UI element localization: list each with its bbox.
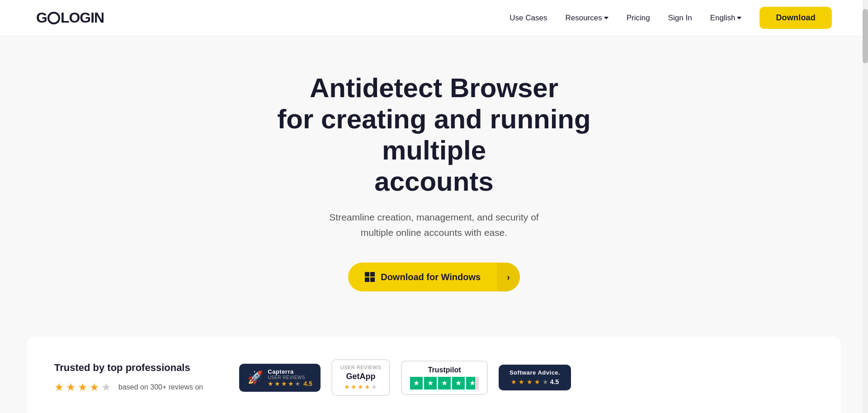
stars: ★ ★ ★ ★ ★ (54, 381, 111, 394)
scrollbar-thumb[interactable] (863, 9, 868, 63)
software-advice-badge: Software Advice. ★ ★ ★ ★ ★ 4.5 (499, 365, 571, 390)
download-arrow-icon: › (497, 263, 520, 291)
svg-rect-3 (370, 277, 375, 282)
nav-resources[interactable]: Resources (565, 14, 608, 23)
download-windows-button[interactable]: Download for Windows › (348, 263, 520, 291)
trusted-text-block: Trusted by top professionals ★ ★ ★ ★ ★ b… (54, 362, 203, 394)
svg-rect-2 (365, 277, 369, 282)
capterra-badge: 🚀 Capterra USER REVIEWS ★ ★ ★ ★ ★ 4.5 (239, 364, 320, 392)
capterra-rocket-icon: 🚀 (247, 370, 263, 385)
sa-stars-row: ★ ★ ★ ★ ★ 4.5 (511, 378, 559, 386)
trusted-section: Trusted by top professionals ★ ★ ★ ★ ★ b… (27, 337, 841, 413)
trustpilot-stars: ★ ★ ★ ★ ★ (410, 377, 479, 390)
reviews-text: based on 300+ reviews on (118, 383, 203, 391)
stars-row: ★ ★ ★ ★ ★ based on 300+ reviews on (54, 381, 203, 394)
getapp-title: GetApp (346, 372, 375, 381)
tp-star-4: ★ (452, 377, 465, 390)
capterra-rating: 4.5 (303, 380, 312, 387)
nav-language[interactable]: English (710, 14, 742, 23)
hero-section: Antidetect Browser for creating and runn… (0, 36, 868, 319)
star-5: ★ (101, 381, 111, 394)
nav-pricing[interactable]: Pricing (627, 14, 650, 23)
tp-star-5: ★ (466, 377, 479, 390)
chevron-down-icon (737, 17, 741, 19)
capterra-sublabel: USER REVIEWS (268, 375, 312, 380)
hero-subtitle: Streamline creation, management, and sec… (329, 210, 538, 240)
sa-stars: ★ ★ ★ ★ ★ (511, 378, 548, 386)
svg-rect-0 (365, 272, 369, 277)
logo-text: GLOGIN (36, 9, 104, 26)
nav-use-cases[interactable]: Use Cases (509, 14, 547, 23)
nav-download-button[interactable]: Download (760, 7, 832, 29)
tp-star-3: ★ (438, 377, 451, 390)
getapp-sublabel: USER REVIEWS (340, 365, 381, 370)
capterra-stars: ★ ★ ★ ★ ★ 4.5 (268, 380, 312, 387)
trustpilot-badge: Trustpilot ★ ★ ★ ★ ★ (401, 361, 488, 395)
getapp-badge: USER REVIEWS GetApp ★ ★ ★ ★ ★ (331, 359, 390, 396)
star-1: ★ (54, 381, 64, 394)
tp-star-2: ★ (424, 377, 437, 390)
star-3: ★ (78, 381, 88, 394)
nav-signin[interactable]: Sign In (668, 14, 692, 23)
sa-rating: 4.5 (550, 378, 559, 385)
sa-title: Software Advice. (509, 369, 560, 376)
star-4: ★ (90, 381, 99, 394)
navbar: GLOGIN Use Cases Resources Pricing Sign … (0, 0, 868, 36)
tp-star-1: ★ (410, 377, 423, 390)
getapp-stars: ★ ★ ★ ★ ★ (344, 383, 377, 390)
scrollbar[interactable] (863, 0, 868, 413)
logo-o (47, 12, 60, 24)
svg-rect-1 (370, 272, 375, 277)
star-2: ★ (66, 381, 76, 394)
chevron-down-icon (604, 17, 609, 19)
hero-title: Antidetect Browser for creating and runn… (231, 72, 637, 197)
trustpilot-label: Trustpilot (428, 366, 461, 374)
capterra-label: Capterra (268, 368, 312, 375)
nav-links: Use Cases Resources Pricing Sign In Engl… (509, 7, 832, 29)
badges-row: 🚀 Capterra USER REVIEWS ★ ★ ★ ★ ★ 4.5 US… (239, 359, 814, 396)
trusted-title: Trusted by top professionals (54, 362, 203, 374)
windows-icon (364, 272, 375, 282)
logo[interactable]: GLOGIN (36, 9, 104, 26)
